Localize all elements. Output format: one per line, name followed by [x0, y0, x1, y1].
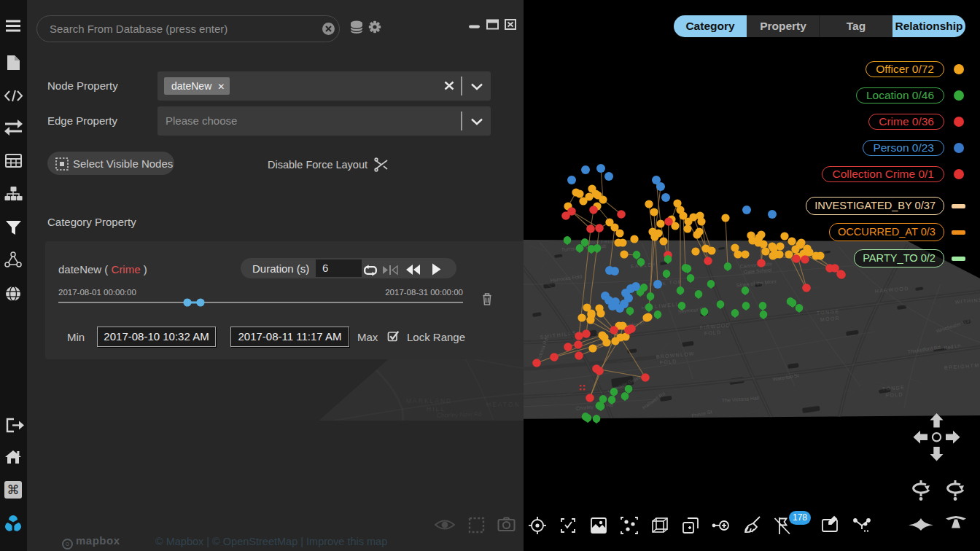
svg-text:HEATON: HEATON: [486, 401, 521, 408]
svg-text:⌘: ⌘: [7, 483, 20, 497]
svg-text:MARKLAND: MARKLAND: [406, 397, 452, 405]
